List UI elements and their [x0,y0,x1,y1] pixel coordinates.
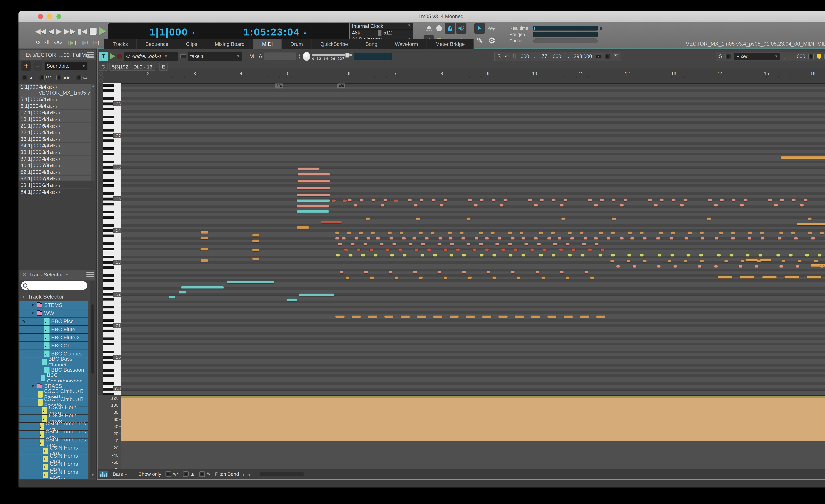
midi-note[interactable] [521,254,525,257]
midi-note[interactable] [394,199,398,202]
midi-note[interactable] [797,223,825,225]
midi-note[interactable] [461,237,465,240]
midi-note[interactable] [466,217,471,220]
midi-note[interactable] [443,248,447,251]
midi-note[interactable] [412,237,416,240]
midi-note[interactable] [708,199,712,201]
midi-note[interactable] [427,248,431,251]
midi-note[interactable] [515,315,524,318]
midi-note[interactable] [340,271,344,274]
midi-note[interactable] [331,199,336,202]
midi-note[interactable] [780,199,784,201]
midi-note[interactable] [719,231,723,234]
midi-note[interactable] [534,237,538,240]
midi-note[interactable] [715,237,719,240]
midi-note[interactable] [561,217,566,220]
track-selector-menu-icon[interactable] [86,272,94,277]
event-row[interactable]: 34|1|000 4/4 click ♩ [19,143,91,149]
fast-forward-button[interactable]: ▶▶ [64,27,75,35]
slip-pause-icon[interactable]: ▪‖ [45,39,49,46]
midi-note[interactable] [297,173,330,176]
midi-note[interactable] [778,237,782,240]
midi-note[interactable] [388,231,392,234]
midi-note[interactable] [628,231,632,234]
midi-note[interactable] [683,199,687,201]
midi-note[interactable] [419,276,423,279]
midi-note[interactable] [456,248,460,251]
rel-checkbox[interactable] [824,54,825,59]
midi-note[interactable] [394,276,399,279]
settings-gear-icon[interactable]: ⚙ [486,35,497,46]
tap-tempo-icon[interactable] [424,23,434,34]
midi-note[interactable] [588,199,592,201]
midi-note[interactable] [432,199,436,201]
midi-note[interactable] [508,242,512,245]
midi-note[interactable] [568,254,572,257]
midi-note[interactable] [528,199,532,201]
value-field[interactable] [264,53,296,60]
event-row[interactable]: 18|1|000 4/4 click ♩ [19,116,91,123]
midi-note[interactable] [335,237,339,240]
midi-note[interactable] [730,254,734,257]
midi-note[interactable] [297,210,329,213]
midi-note[interactable] [460,231,464,234]
midi-note[interactable] [720,199,724,201]
midi-note[interactable] [357,248,361,251]
midi-note[interactable] [792,199,796,201]
midi-note[interactable] [462,254,466,257]
midi-note[interactable] [717,254,721,257]
midi-note[interactable] [551,199,556,201]
midi-note[interactable] [686,254,690,257]
midi-note[interactable] [383,199,387,201]
midi-note[interactable] [807,276,821,279]
midi-note[interactable] [514,248,518,251]
track-row-bbc-contrabassoon[interactable]: ♩BBC Contrabassoon [19,374,88,382]
midi-note[interactable] [539,231,543,234]
midi-note[interactable] [321,221,342,223]
midi-note[interactable] [612,217,616,220]
midi-note[interactable] [168,296,176,299]
midi-note[interactable] [431,231,435,234]
note-grid[interactable]: 5/44/4 [121,83,825,395]
tab-song[interactable]: Song [357,39,386,49]
midi-note[interactable] [700,260,704,262]
midi-note[interactable] [811,237,815,240]
cursor-position-box[interactable]: 5|3|192 Db0 · 13 [109,63,155,71]
midi-note[interactable] [400,231,404,234]
midi-note[interactable] [517,276,521,279]
midi-note[interactable] [791,231,795,234]
midi-note[interactable] [741,260,745,262]
midi-note[interactable] [448,237,453,240]
midi-note[interactable] [547,315,557,318]
midi-note[interactable] [336,254,340,257]
midi-note[interactable] [761,237,765,240]
velocity-data-block[interactable] [121,396,825,441]
midi-note[interactable] [807,217,812,220]
midi-note[interactable] [630,237,634,240]
folder-row-stems[interactable]: ▼STEMS [19,301,88,309]
midi-note[interactable] [384,315,394,318]
midi-note[interactable] [413,271,417,274]
event-row[interactable]: 33|1|000 5/4 click ♩ [19,136,91,143]
midi-note[interactable] [560,271,564,274]
midi-note[interactable] [789,254,793,257]
buffer-size-field[interactable]: 512 [381,29,413,36]
event-list-scrollbar[interactable]: ▲ [91,84,95,181]
midi-note[interactable] [760,231,764,234]
value-stepper[interactable]: ▲▼ [298,54,301,59]
midi-note[interactable] [466,242,470,245]
grid-checkbox[interactable] [726,54,731,59]
midi-note[interactable] [698,265,702,268]
midi-note[interactable] [820,231,824,234]
selection-dropdown-icon[interactable]: ▼ [596,55,601,58]
midi-note[interactable] [297,194,330,196]
midi-note[interactable] [349,254,353,257]
midi-note[interactable] [796,265,800,268]
meter-change-flag[interactable]: 5/4 [275,83,283,88]
show-pencil-filter[interactable]: ✎ [199,471,211,477]
midi-note[interactable] [684,237,688,240]
midi-note[interactable] [462,271,466,274]
midi-note[interactable] [804,199,808,201]
midi-note[interactable] [408,242,412,245]
midi-note[interactable] [343,199,347,202]
